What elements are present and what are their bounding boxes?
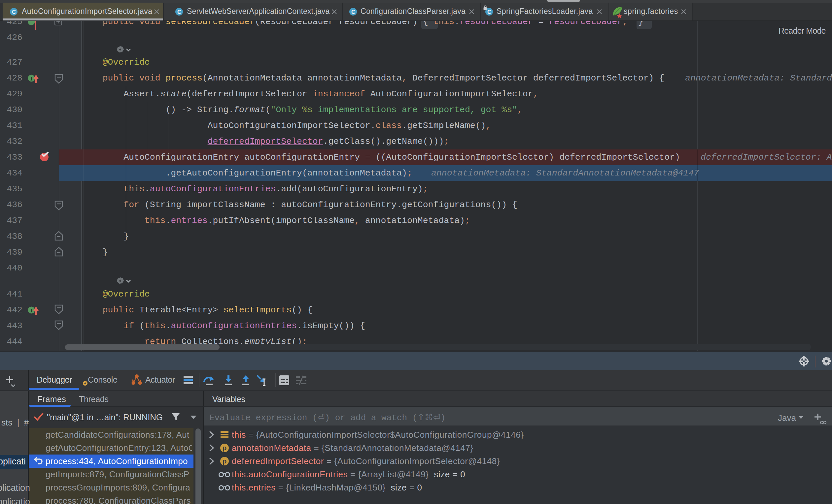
svg-text:I: I	[30, 76, 33, 82]
svg-text:I: I	[30, 307, 33, 314]
